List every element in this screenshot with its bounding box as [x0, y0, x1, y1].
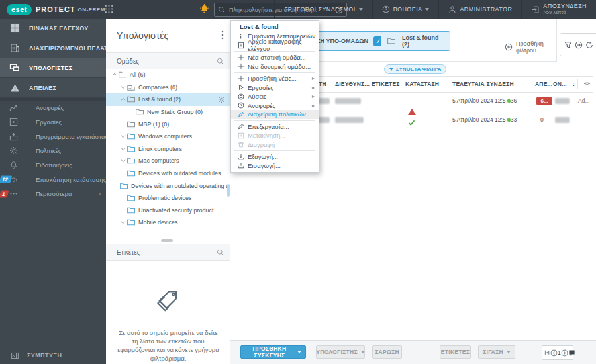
- group-tree-item[interactable]: All (6): [106, 69, 230, 81]
- group-tree-item[interactable]: Mac computers: [106, 155, 230, 167]
- add-filter-button[interactable]: Προσθήκη φίλτρου: [505, 40, 556, 54]
- tree-chevron-icon[interactable]: [111, 72, 118, 77]
- context-menu-item[interactable]: Εισαγωγή...: [231, 161, 319, 171]
- context-menu-item[interactable]: Προσθήκη νέας...▸: [231, 74, 319, 83]
- group-tree-item[interactable]: New Static Group (0): [106, 106, 230, 118]
- group-tree-item[interactable]: Linux computers: [106, 143, 230, 156]
- sidebar-item-notifications[interactable]: Ειδοποιήσεις: [0, 158, 106, 173]
- sidebar-item-dashboard[interactable]: ΠΙΝΑΚΑΣ ΕΛΕΓΧΟΥ: [0, 19, 106, 38]
- tree-chevron-icon[interactable]: [119, 158, 126, 163]
- column-header[interactable]: ΤΗ: [319, 81, 326, 87]
- previous-page-icon[interactable]: [550, 349, 558, 357]
- menu-item-label: Διαχείριση πολιτικών...: [248, 111, 311, 118]
- panel-menu-icon[interactable]: [221, 30, 224, 40]
- dashboard-icon: [0, 23, 29, 33]
- app-launcher-icon[interactable]: [105, 5, 113, 13]
- sidebar-item-managed-clients[interactable]: ΔΙΑΧΕΙΡΙΖΟΜΕΝΟΙ ΠΕΛΑΤΕΣ: [0, 38, 106, 58]
- tags-empty-state: Σε αυτό το σημείο μπορείτε να δείτε τη λ…: [106, 261, 230, 363]
- logout-icon: [531, 5, 540, 14]
- group-tree-item[interactable]: Lost & found (2): [106, 93, 230, 106]
- group-tree-item[interactable]: Problematic devices: [106, 192, 230, 205]
- column-header[interactable]: ΟΝ...: [553, 81, 567, 87]
- sidebar-item-label: Ειδοποιήσεις: [36, 161, 72, 169]
- column-header[interactable]: ΔΙΕΥΘΥΝΣ...: [335, 81, 370, 87]
- sidebar-item-tasks[interactable]: Εργασίες: [0, 115, 106, 130]
- context-menu-item[interactable]: Αρχείο καταγραφής ελέγχου: [231, 41, 319, 50]
- sidebar-item-label: Πολιτικές: [36, 147, 61, 154]
- tree-chevron-icon[interactable]: [119, 134, 126, 139]
- scan-button[interactable]: ΣΑΡΩΣΗ: [372, 345, 402, 359]
- notification-bell-icon[interactable]: [199, 3, 210, 15]
- sidebar-item-label: ΑΠΕΙΛΕΣ: [29, 85, 56, 91]
- column-header[interactable]: ΕΤΙΚΕΤΕΣ: [372, 81, 400, 87]
- group-tree-item[interactable]: Unactivated security product: [106, 205, 230, 217]
- filter-funnel-icon[interactable]: [564, 41, 572, 49]
- tree-chevron-icon[interactable]: [119, 97, 126, 102]
- table-settings-gear-icon[interactable]: [577, 79, 591, 89]
- column-header[interactable]: ΚΑΤΑΣΤΑΣΗ: [405, 81, 439, 87]
- search-tags-icon[interactable]: [217, 249, 224, 256]
- group-tree-item[interactable]: Devices with an outdated operating syste…: [106, 179, 230, 192]
- context-menu-item[interactable]: Νέα δυναμική ομάδα...: [231, 62, 319, 71]
- sidebar-item-threats[interactable]: ΑΠΕΙΛΕΣ: [0, 78, 106, 98]
- logout-button[interactable]: ΑΠΟΣΥΝΔΕΣΗ >59 λεπτά: [521, 0, 596, 19]
- computer-actions-button[interactable]: ΥΠΟΛΟΓΙΣΤΗΣ: [316, 345, 365, 359]
- group-tree-item[interactable]: MSP (1) (0): [106, 118, 230, 130]
- group-gear-icon[interactable]: [218, 96, 225, 103]
- pen-icon: [236, 111, 245, 118]
- column-header[interactable]: ΑΠΕ...: [535, 81, 552, 87]
- context-menu-item[interactable]: Λύσεις▸: [231, 92, 319, 101]
- group-label: Companies (0): [138, 84, 177, 91]
- policies-icon: [7, 146, 36, 155]
- context-menu-item: Μετακίνηση...: [231, 131, 319, 140]
- folder-icon: [127, 219, 135, 226]
- context-menu-item[interactable]: Επεξεργασία...: [231, 122, 319, 132]
- actions-bottom-bar: ΠΡΟΣΘΗΚΗ ΣΥΣΚΕΥΗΣ ΥΠΟΛΟΓΙΣΤΗΣ ΣΑΡΩΣΗ ΕΤΙ…: [230, 340, 596, 364]
- column-header[interactable]: :: [573, 81, 575, 87]
- mute-button[interactable]: ΣΙΓΑΣΗ: [478, 345, 515, 359]
- tree-chevron-icon[interactable]: [119, 220, 126, 225]
- next-page-icon[interactable]: [561, 349, 568, 357]
- apply-filter-icon[interactable]: [575, 41, 583, 49]
- refresh-icon[interactable]: [585, 41, 593, 49]
- sidebar-item-policies[interactable]: Πολιτικές: [0, 144, 106, 158]
- quick-links-menu[interactable]: ΓΡΗΓΟΡΟΙ ΣΥΝΔΕΣΜΟΙ: [274, 0, 372, 19]
- advanced-filters-button[interactable]: ΣΥΝΘΕΤΑ ΦΙΛΤΡΑ: [384, 64, 446, 74]
- feedback-icon[interactable]: [568, 349, 575, 357]
- tree-vertical-scrollbar[interactable]: [227, 184, 230, 197]
- context-menu-item[interactable]: Νέα στατική ομάδα...: [231, 53, 319, 62]
- collapse-sidebar-button[interactable]: ΣΥΜΠΤΥΞΗ: [0, 347, 117, 364]
- add-device-label: ΠΡΟΣΘΗΚΗ ΣΥΣΚΕΥΗΣ: [245, 345, 294, 359]
- group-tree-item[interactable]: Devices with outdated modules: [106, 167, 230, 180]
- tree-chevron-icon[interactable]: [119, 85, 126, 90]
- context-menu-item[interactable]: Εξαγωγή...: [231, 152, 319, 161]
- user-menu[interactable]: ADMINISTRATOR: [438, 0, 521, 19]
- context-menu-item[interactable]: Εργασίες▸: [231, 83, 319, 93]
- group-tree-item[interactable]: Windows computers: [106, 130, 230, 143]
- group-filter-chip[interactable]: Lost & found (2): [381, 31, 450, 51]
- sidebar-item-computers[interactable]: ΥΠΟΛΟΓΙΣΤΕΣ: [0, 58, 106, 78]
- sidebar-item-reports[interactable]: Αναφορές: [0, 101, 106, 115]
- first-page-icon[interactable]: [544, 349, 550, 356]
- product-name: PROTECT: [36, 5, 75, 13]
- context-menu-item[interactable]: Αναφορές▸: [231, 101, 319, 111]
- group-tree-item[interactable]: Companies (0): [106, 81, 230, 94]
- sidebar-item-status-overview[interactable]: Επισκόπηση κατάστασης12: [0, 172, 106, 187]
- tree-chevron-icon[interactable]: [119, 146, 126, 152]
- help-menu[interactable]: ΒΟΗΘΕΙΑ: [372, 0, 439, 19]
- group-tree-item[interactable]: Mobile devices: [106, 216, 230, 229]
- add-device-button[interactable]: ΠΡΟΣΘΗΚΗ ΣΥΣΚΕΥΗΣ: [240, 345, 306, 359]
- chevron-down-icon: [361, 351, 365, 353]
- sidebar-item-installers[interactable]: Προγράμματα εγκατάστασης: [0, 129, 106, 144]
- context-menu-item[interactable]: Διαχείριση πολιτικών...: [231, 110, 319, 119]
- tags-button[interactable]: ΕΤΙΚΕΤΕΣ: [440, 345, 471, 359]
- sidebar-item-more[interactable]: Περισσότερα1›: [0, 187, 106, 201]
- tags-label: ΕΤΙΚΕΤΕΣ: [441, 349, 470, 355]
- toolbar-divider: [501, 19, 501, 61]
- column-header[interactable]: ΤΕΛΕΥΤΑΙΑ ΣΥΝΔΕΣΗ: [452, 81, 514, 87]
- search-groups-icon[interactable]: [217, 58, 224, 65]
- tree-horizontal-scrollbar[interactable]: [161, 239, 173, 242]
- folder-icon: [127, 170, 135, 177]
- plus-icon: [236, 75, 245, 82]
- submenu-arrow-icon: ▸: [312, 93, 315, 99]
